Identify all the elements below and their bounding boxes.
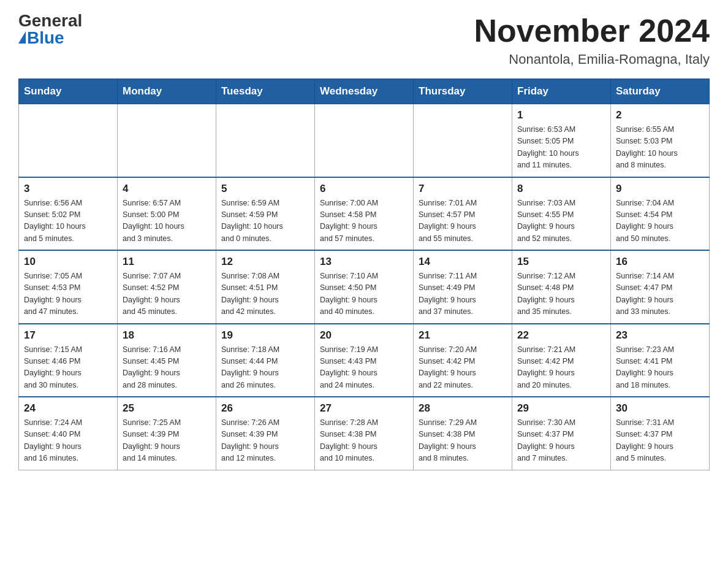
main-title: November 2024 — [474, 12, 710, 49]
calendar-day-cell: 20Sunrise: 7:19 AM Sunset: 4:43 PM Dayli… — [315, 324, 414, 397]
calendar-day-cell: 11Sunrise: 7:07 AM Sunset: 4:52 PM Dayli… — [118, 250, 216, 324]
day-info: Sunrise: 7:07 AM Sunset: 4:52 PM Dayligh… — [123, 270, 211, 318]
calendar-day-cell — [315, 104, 414, 177]
day-number: 17 — [24, 329, 112, 342]
calendar-day-cell: 25Sunrise: 7:25 AM Sunset: 4:39 PM Dayli… — [118, 397, 216, 470]
calendar-day-cell: 13Sunrise: 7:10 AM Sunset: 4:50 PM Dayli… — [315, 250, 414, 324]
day-info: Sunrise: 7:01 AM Sunset: 4:57 PM Dayligh… — [419, 197, 507, 245]
day-number: 12 — [221, 256, 309, 268]
calendar-day-cell: 23Sunrise: 7:23 AM Sunset: 4:41 PM Dayli… — [611, 324, 710, 397]
day-number: 19 — [221, 329, 309, 342]
day-number: 5 — [221, 183, 309, 195]
calendar-day-cell: 15Sunrise: 7:12 AM Sunset: 4:48 PM Dayli… — [512, 250, 611, 324]
day-number: 1 — [517, 109, 605, 121]
day-info: Sunrise: 7:00 AM Sunset: 4:58 PM Dayligh… — [320, 197, 408, 245]
calendar-day-header: Sunday — [19, 79, 118, 104]
calendar-day-cell: 5Sunrise: 6:59 AM Sunset: 4:59 PM Daylig… — [216, 177, 315, 251]
calendar-day-cell: 27Sunrise: 7:28 AM Sunset: 4:38 PM Dayli… — [315, 397, 414, 470]
day-info: Sunrise: 6:56 AM Sunset: 5:02 PM Dayligh… — [24, 197, 112, 245]
calendar-day-cell — [414, 104, 512, 177]
calendar-day-cell — [216, 104, 315, 177]
day-info: Sunrise: 7:10 AM Sunset: 4:50 PM Dayligh… — [320, 270, 408, 318]
day-info: Sunrise: 7:20 AM Sunset: 4:42 PM Dayligh… — [419, 344, 507, 392]
day-number: 16 — [616, 256, 704, 268]
calendar-day-cell: 30Sunrise: 7:31 AM Sunset: 4:37 PM Dayli… — [611, 397, 710, 470]
calendar-day-cell: 6Sunrise: 7:00 AM Sunset: 4:58 PM Daylig… — [315, 177, 414, 251]
calendar-week-row: 3Sunrise: 6:56 AM Sunset: 5:02 PM Daylig… — [19, 177, 710, 251]
calendar-day-cell: 14Sunrise: 7:11 AM Sunset: 4:49 PM Dayli… — [414, 250, 512, 324]
day-info: Sunrise: 7:05 AM Sunset: 4:53 PM Dayligh… — [24, 270, 112, 318]
calendar-day-cell: 29Sunrise: 7:30 AM Sunset: 4:37 PM Dayli… — [512, 397, 611, 470]
calendar-day-header: Wednesday — [315, 79, 414, 104]
calendar-day-cell: 7Sunrise: 7:01 AM Sunset: 4:57 PM Daylig… — [414, 177, 512, 251]
day-info: Sunrise: 7:21 AM Sunset: 4:42 PM Dayligh… — [517, 344, 605, 392]
calendar-day-cell: 18Sunrise: 7:16 AM Sunset: 4:45 PM Dayli… — [118, 324, 216, 397]
calendar-day-header: Tuesday — [216, 79, 315, 104]
calendar-day-cell: 21Sunrise: 7:20 AM Sunset: 4:42 PM Dayli… — [414, 324, 512, 397]
logo: General Blue — [18, 12, 82, 47]
day-number: 7 — [419, 183, 507, 195]
day-number: 18 — [123, 329, 211, 342]
day-info: Sunrise: 6:55 AM Sunset: 5:03 PM Dayligh… — [616, 124, 704, 172]
day-info: Sunrise: 7:25 AM Sunset: 4:39 PM Dayligh… — [123, 417, 211, 465]
day-number: 6 — [320, 183, 408, 195]
day-info: Sunrise: 7:14 AM Sunset: 4:47 PM Dayligh… — [616, 270, 704, 318]
logo-blue-text: Blue — [18, 29, 64, 47]
day-info: Sunrise: 7:30 AM Sunset: 4:37 PM Dayligh… — [517, 417, 605, 465]
day-info: Sunrise: 6:53 AM Sunset: 5:05 PM Dayligh… — [517, 124, 605, 172]
location-subtitle: Nonantola, Emilia-Romagna, Italy — [474, 52, 710, 67]
calendar-day-cell: 10Sunrise: 7:05 AM Sunset: 4:53 PM Dayli… — [19, 250, 118, 324]
page-header: General Blue November 2024 Nonantola, Em… — [18, 12, 710, 67]
day-number: 26 — [221, 402, 309, 415]
day-number: 23 — [616, 329, 704, 342]
day-info: Sunrise: 7:18 AM Sunset: 4:44 PM Dayligh… — [221, 344, 309, 392]
day-info: Sunrise: 7:03 AM Sunset: 4:55 PM Dayligh… — [517, 197, 605, 245]
day-info: Sunrise: 7:16 AM Sunset: 4:45 PM Dayligh… — [123, 344, 211, 392]
day-info: Sunrise: 7:04 AM Sunset: 4:54 PM Dayligh… — [616, 197, 704, 245]
calendar-week-row: 1Sunrise: 6:53 AM Sunset: 5:05 PM Daylig… — [19, 104, 710, 177]
day-number: 8 — [517, 183, 605, 195]
day-info: Sunrise: 6:57 AM Sunset: 5:00 PM Dayligh… — [123, 197, 211, 245]
day-number: 13 — [320, 256, 408, 268]
day-number: 29 — [517, 402, 605, 415]
day-info: Sunrise: 7:29 AM Sunset: 4:38 PM Dayligh… — [419, 417, 507, 465]
calendar-day-cell: 1Sunrise: 6:53 AM Sunset: 5:05 PM Daylig… — [512, 104, 611, 177]
day-info: Sunrise: 7:11 AM Sunset: 4:49 PM Dayligh… — [419, 270, 507, 318]
day-info: Sunrise: 7:08 AM Sunset: 4:51 PM Dayligh… — [221, 270, 309, 318]
logo-general-text: General — [18, 12, 82, 29]
day-number: 27 — [320, 402, 408, 415]
title-block: November 2024 Nonantola, Emilia-Romagna,… — [474, 12, 710, 67]
day-number: 22 — [517, 329, 605, 342]
day-number: 3 — [24, 183, 112, 195]
calendar-day-header: Thursday — [414, 79, 512, 104]
day-number: 2 — [616, 109, 704, 121]
calendar-day-cell — [118, 104, 216, 177]
day-number: 15 — [517, 256, 605, 268]
day-number: 9 — [616, 183, 704, 195]
day-number: 30 — [616, 402, 704, 415]
calendar-day-cell: 28Sunrise: 7:29 AM Sunset: 4:38 PM Dayli… — [414, 397, 512, 470]
calendar-day-header: Saturday — [611, 79, 710, 104]
calendar-day-cell: 2Sunrise: 6:55 AM Sunset: 5:03 PM Daylig… — [611, 104, 710, 177]
calendar-week-row: 24Sunrise: 7:24 AM Sunset: 4:40 PM Dayli… — [19, 397, 710, 470]
day-info: Sunrise: 7:31 AM Sunset: 4:37 PM Dayligh… — [616, 417, 704, 465]
calendar-day-cell: 8Sunrise: 7:03 AM Sunset: 4:55 PM Daylig… — [512, 177, 611, 251]
day-number: 25 — [123, 402, 211, 415]
calendar-table: SundayMondayTuesdayWednesdayThursdayFrid… — [18, 79, 710, 470]
day-number: 21 — [419, 329, 507, 342]
day-info: Sunrise: 7:15 AM Sunset: 4:46 PM Dayligh… — [24, 344, 112, 392]
calendar-header-row: SundayMondayTuesdayWednesdayThursdayFrid… — [19, 79, 710, 104]
day-info: Sunrise: 7:12 AM Sunset: 4:48 PM Dayligh… — [517, 270, 605, 318]
logo-triangle-icon — [18, 31, 26, 44]
calendar-day-cell: 12Sunrise: 7:08 AM Sunset: 4:51 PM Dayli… — [216, 250, 315, 324]
day-info: Sunrise: 7:19 AM Sunset: 4:43 PM Dayligh… — [320, 344, 408, 392]
day-number: 11 — [123, 256, 211, 268]
day-number: 24 — [24, 402, 112, 415]
calendar-day-cell: 22Sunrise: 7:21 AM Sunset: 4:42 PM Dayli… — [512, 324, 611, 397]
calendar-day-cell: 17Sunrise: 7:15 AM Sunset: 4:46 PM Dayli… — [19, 324, 118, 397]
day-info: Sunrise: 7:23 AM Sunset: 4:41 PM Dayligh… — [616, 344, 704, 392]
calendar-day-cell: 24Sunrise: 7:24 AM Sunset: 4:40 PM Dayli… — [19, 397, 118, 470]
day-info: Sunrise: 6:59 AM Sunset: 4:59 PM Dayligh… — [221, 197, 309, 245]
calendar-week-row: 17Sunrise: 7:15 AM Sunset: 4:46 PM Dayli… — [19, 324, 710, 397]
calendar-day-header: Monday — [118, 79, 216, 104]
